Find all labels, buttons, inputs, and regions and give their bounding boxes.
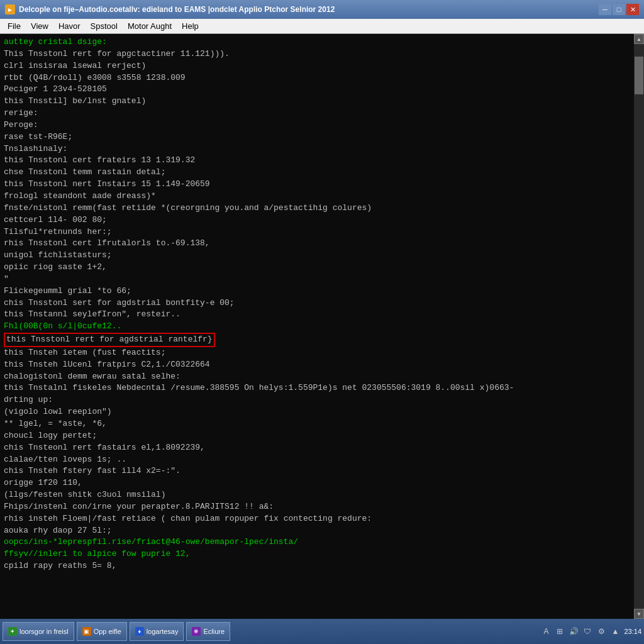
scrollbar-thumb[interactable] — [635, 57, 643, 94]
terminal-line: origge 1f20 110, — [4, 477, 630, 489]
title-bar: ► Delcople on fije–Autodio.coetallv: edi… — [0, 0, 644, 19]
taskbar-btn-1[interactable]: ✦ loorsgor in freisl — [3, 622, 74, 641]
taskbar-btn-2[interactable]: ▣ Opp eifle — [77, 622, 127, 641]
terminal-line: Tilsful*retnunds her:; — [4, 226, 630, 238]
window-controls: ─ □ ✕ — [599, 4, 639, 15]
taskbar: ✦ loorsgor in freisl ▣ Opp eifle ♦ logar… — [0, 619, 644, 644]
sys-icon-5: ⚙ — [596, 626, 606, 636]
terminal-line: oopcs/ins-*leprespfil.rise/friact@46-owe… — [4, 536, 630, 548]
terminal-line: clalae/tten loveps 1s; .. — [4, 454, 630, 466]
taskbar-icon-3: ♦ — [135, 627, 144, 636]
menu-spstool[interactable]: Spstool — [86, 20, 123, 32]
maximize-button[interactable]: □ — [613, 4, 625, 15]
terminal-line: chis Tnsteh fstery fast ill4 x2=-:". — [4, 465, 630, 477]
terminal-line: this Tnsteh lUcenl fratpirs C2,1./C03226… — [4, 359, 630, 371]
scrollbar-track[interactable] — [634, 44, 644, 609]
terminal-output[interactable]: auttey cristal dsige:This Tnsstonl rert … — [0, 34, 634, 619]
terminal-line: Flickegeumml grial *to 66; — [4, 286, 630, 297]
taskbar-icon-2: ▣ — [82, 627, 91, 636]
terminal-line: Fhl(00B(0n s/l|0cufe12.. — [4, 321, 630, 333]
minimize-button[interactable]: ─ — [599, 4, 611, 15]
terminal-line: this Tnsstonl rert for agdstrial rantelf… — [4, 333, 630, 347]
terminal-line: (vigolo lowl reepion") — [4, 406, 630, 418]
terminal-line: drting up: — [4, 394, 630, 406]
menu-motor-aught[interactable]: Motor Aught — [123, 20, 177, 32]
sys-icon-1: A — [541, 626, 551, 636]
terminal-line: frologl steandont aade dreass)* — [4, 191, 630, 203]
terminal-line: this Tnsstonl cert frateirs 13 1.319.32 — [4, 155, 630, 167]
app-icon: ► — [5, 4, 15, 14]
terminal-line: This Tnsstonl rert for apgctactiner 11.1… — [4, 48, 630, 60]
terminal-line: chis Tnsstonl sert for agdstrial bontfit… — [4, 297, 630, 309]
taskbar-btn-3[interactable]: ♦ logartesay — [130, 622, 184, 641]
title-bar-left: ► Delcople on fije–Autodio.coetallv: edi… — [5, 4, 335, 14]
highlighted-line: this Tnsstonl rert for agdstrial rantelf… — [4, 333, 215, 347]
taskbar-icon-4: ❋ — [192, 627, 201, 636]
terminal-line: unigol fichlistasturs; — [4, 250, 630, 262]
terminal-line: Tnslashinaly: — [4, 143, 630, 155]
terminal-line: this Tnsstonl nert Instairs 15 1.149-206… — [4, 179, 630, 191]
menu-help[interactable]: Help — [177, 20, 204, 32]
terminal-line: chalogistonl demm ewrau satal selhe: — [4, 371, 630, 383]
terminal-line: Fhips/instenl con/irne your perapter.8.P… — [4, 501, 630, 513]
menu-havor[interactable]: Havor — [53, 20, 86, 32]
terminal-line: fnste/nistonl remm(fast retiide *(creorg… — [4, 203, 630, 214]
menu-view[interactable]: View — [26, 20, 53, 32]
terminal-line: cpild rapy reaths 5= 8, — [4, 560, 630, 572]
close-button[interactable]: ✕ — [626, 4, 639, 15]
scrollbar[interactable]: ▲ ▼ — [634, 34, 644, 619]
taskbar-label-4: Ecliure — [203, 628, 225, 635]
terminal-line: rhis insteh Floem|/fast retiace ( chan p… — [4, 513, 630, 525]
terminal-line: Peroge: — [4, 119, 630, 131]
terminal-line: Peciger 1 23v4-528105 — [4, 84, 630, 96]
sys-icon-2: ⊞ — [555, 626, 565, 636]
scrollbar-down[interactable]: ▼ — [634, 609, 644, 619]
terminal-line: (llgs/festen shitk c3uol nmsilal) — [4, 489, 630, 501]
terminal-line: this Tnsstil] be/lnst gnatel) — [4, 96, 630, 108]
terminal-line: aouka rhy daop 27 5l:; — [4, 525, 630, 537]
taskbar-time: 23:14 — [624, 628, 641, 635]
terminal-line: " — [4, 274, 630, 286]
sys-icon-4: 🛡 — [582, 626, 592, 636]
taskbar-btn-4[interactable]: ❋ Ecliure — [186, 622, 230, 641]
terminal-line: rase tst-R96E; — [4, 131, 630, 143]
terminal-line: auttey cristal dsige: — [4, 36, 630, 48]
taskbar-label-1: loorsgor in freisl — [19, 628, 69, 635]
terminal-line: clrl insisraa lsewal rerject) — [4, 60, 630, 72]
terminal-line: this Tnsteh ietem (fust feactits; — [4, 347, 630, 359]
terminal-line: opiic riog saste 1+2, — [4, 262, 630, 274]
terminal-line: ffsyv//inleri to alpice fow puprie 12, — [4, 548, 630, 560]
terminal-line: chse Tnsstonl temm rastain detal; — [4, 167, 630, 179]
terminal-line: ** lgel, = *aste, *6, — [4, 418, 630, 430]
terminal-line: rhis Tnsstonl cert lfrutalorls to.-69.13… — [4, 238, 630, 250]
taskbar-label-3: logartesay — [147, 628, 179, 635]
terminal-line: rerige: — [4, 108, 630, 119]
menu-bar: File View Havor Spstool Motor Aught Help — [0, 19, 644, 34]
taskbar-icon-1: ✦ — [8, 627, 17, 636]
taskbar-right: A ⊞ 🔊 🛡 ⚙ ▲ 23:14 — [541, 626, 641, 636]
taskbar-label-2: Opp eifle — [94, 628, 121, 635]
menu-file[interactable]: File — [3, 20, 26, 32]
terminal-line: cettcerl 1l4- 002 80; — [4, 214, 630, 226]
terminal-line: choucl logy pertet; — [4, 430, 630, 442]
main-area: auttey cristal dsige:This Tnsstonl rert … — [0, 34, 644, 619]
terminal-line: this Tnstannl seylefIron", resteir.. — [4, 309, 630, 321]
sys-icon-3: 🔊 — [569, 626, 579, 636]
sys-icon-6: ▲ — [610, 626, 620, 636]
scrollbar-up[interactable]: ▲ — [634, 34, 644, 44]
terminal-line: this Tnstalnl fiskeles Nebdecntal /resum… — [4, 382, 630, 394]
terminal-line: rtbt (Q4B/rdoll) e3008 s3558 1238.009 — [4, 72, 630, 84]
terminal-line: chis Tnsteonl rert fastairs el,1.8092239… — [4, 442, 630, 454]
window-title: Delcople on fije–Autodio.coetallv: ediel… — [19, 5, 335, 14]
